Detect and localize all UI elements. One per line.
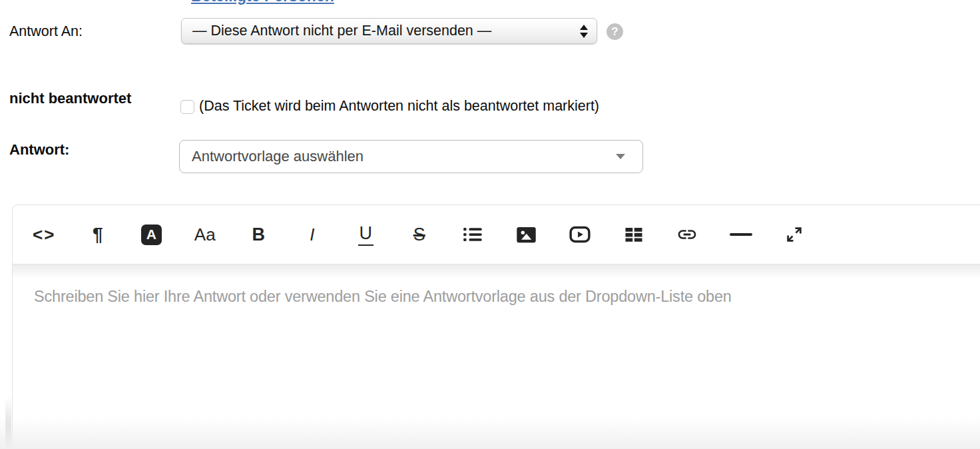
- underline-icon: U: [358, 223, 374, 246]
- rich-text-editor: <> ¶ A Aa B I U S: [12, 205, 980, 449]
- table-button[interactable]: [607, 205, 661, 264]
- fullscreen-button[interactable]: [768, 205, 822, 264]
- font-size-icon: Aa: [194, 224, 216, 245]
- bold-icon: B: [252, 224, 266, 245]
- list-button[interactable]: [446, 205, 500, 264]
- font-size-button[interactable]: Aa: [178, 205, 232, 264]
- response-label: Antwort:: [9, 141, 69, 159]
- fullscreen-icon: [784, 224, 804, 244]
- bold-button[interactable]: B: [232, 205, 286, 264]
- list-icon: [463, 224, 483, 244]
- horizontal-rule-icon: [730, 233, 752, 236]
- response-template-dropdown[interactable]: Antwortvorlage auswählen: [179, 140, 643, 173]
- horizontal-rule-button[interactable]: [714, 205, 768, 264]
- unanswered-note: (Das Ticket wird beim Antworten nicht al…: [199, 98, 599, 115]
- link-button[interactable]: [660, 205, 714, 264]
- text-color-icon: A: [141, 224, 162, 245]
- table-icon: [624, 224, 644, 244]
- response-template-value: Antwortvorlage auswählen: [180, 148, 616, 165]
- paragraph-format-button[interactable]: ¶: [71, 205, 125, 264]
- select-arrows-icon: [580, 25, 588, 38]
- video-icon: [569, 224, 591, 245]
- involved-people-link[interactable]: Beteiligte Personen: [191, 0, 334, 5]
- question-mark-icon[interactable]: ?: [607, 23, 623, 40]
- editor-content-area[interactable]: [13, 278, 980, 449]
- strikethrough-icon: S: [413, 224, 425, 245]
- toolbar-divider: [13, 264, 980, 278]
- underline-button[interactable]: U: [339, 205, 393, 264]
- italic-button[interactable]: I: [286, 205, 340, 264]
- italic-icon: I: [310, 224, 314, 245]
- reply-to-select-value: — Diese Antwort nicht per E-Mail versend…: [182, 23, 575, 39]
- link-icon: [676, 224, 698, 245]
- image-button[interactable]: [500, 205, 554, 264]
- text-color-button[interactable]: A: [124, 205, 178, 264]
- video-button[interactable]: [553, 205, 607, 264]
- ticket-reply-form: Beteiligte Personen Antwort An: — Diese …: [0, 0, 980, 449]
- strikethrough-button[interactable]: S: [393, 205, 447, 264]
- editor-toolbar: <> ¶ A Aa B I U S: [13, 205, 980, 264]
- html-code-button[interactable]: <>: [17, 205, 71, 264]
- reply-to-select[interactable]: — Diese Antwort nicht per E-Mail versend…: [181, 18, 597, 44]
- decorative-strip: [5, 396, 11, 449]
- html-code-icon: <>: [33, 224, 55, 245]
- unanswered-checkbox[interactable]: [180, 100, 194, 114]
- reply-to-label: Antwort An:: [9, 23, 83, 40]
- image-icon: [516, 224, 537, 245]
- unanswered-label: nicht beantwortet: [9, 87, 142, 110]
- paragraph-format-icon: ¶: [93, 224, 103, 245]
- chevron-down-icon: [616, 154, 625, 159]
